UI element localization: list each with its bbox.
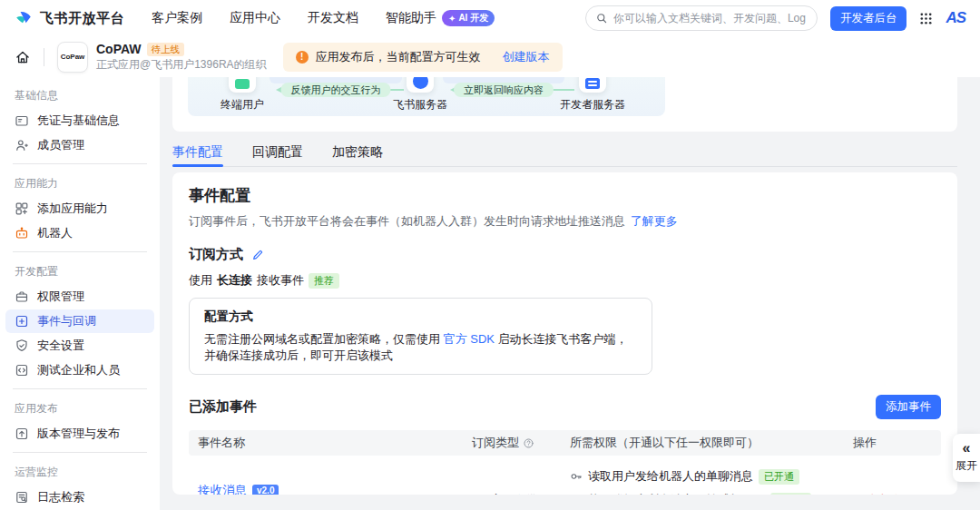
log-search-icon	[15, 490, 29, 505]
org-text: 正式应用@飞书用户1396RA的组织	[96, 58, 267, 72]
code-box-icon	[15, 363, 29, 378]
nav-item-customer-cases[interactable]: 客户案例	[152, 10, 202, 26]
subscribe-line-suffix: 接收事件	[257, 272, 304, 289]
sidebar-item-label: 日志检索	[37, 489, 84, 505]
sidebar-item-label: 凭证与基础信息	[37, 113, 120, 129]
official-sdk-link[interactable]: 官方 SDK	[444, 332, 495, 346]
nav-item-dev-docs[interactable]: 开发文档	[308, 10, 358, 26]
divider	[13, 163, 147, 164]
screen: 飞书开放平台 客户案例 应用中心 开发文档 智能助手 ✦AI 开发 开发者后台	[0, 0, 980, 510]
sparkle-icon: ✦	[448, 14, 456, 24]
node-label: 终端用户	[220, 97, 264, 113]
key-icon	[570, 494, 583, 495]
sidebar-section-basic-info: 基础信息	[0, 83, 160, 108]
overview-panel: 反馈用户的交互行为 立即返回响应内容 终端用户 飞书服务器 开发者服务器	[172, 77, 957, 132]
add-event-button[interactable]: 添加事件	[876, 395, 941, 419]
learn-more-link[interactable]: 了解更多	[631, 214, 678, 228]
sidebar-section-dev-config: 开发配置	[0, 259, 160, 284]
sidebar-item-security[interactable]: 安全设置	[5, 334, 154, 358]
sidebar-item-label: 机器人	[37, 225, 73, 241]
home-icon[interactable]	[15, 49, 31, 65]
sidebar-item-label: 添加应用能力	[37, 201, 108, 217]
divider	[13, 452, 147, 453]
question-circle-icon[interactable]	[523, 437, 534, 449]
col-event-name: 事件名称	[189, 435, 472, 451]
apps-grid-icon[interactable]	[919, 12, 933, 25]
id-card-icon	[15, 113, 29, 128]
nav-item-assistant-label: 智能助手	[386, 10, 436, 26]
sidebar-item-credentials[interactable]: 凭证与基础信息	[5, 109, 154, 132]
table-header: 事件名称 订阅类型 所需权限（开通以下任一权限即可） 操作	[189, 430, 941, 456]
config-box-text-1: 无需注册公网域名或配置加密策略，仅需使用	[204, 332, 444, 346]
col-actions: 操作	[853, 435, 941, 451]
permission-label: 读取用户发给机器人的单聊消息	[588, 468, 753, 485]
search-input[interactable]	[613, 12, 808, 25]
tab-bar: 事件配置 回调配置 加密策略	[172, 144, 957, 167]
tab-encryption-strategy[interactable]: 加密策略	[332, 144, 383, 166]
recommended-badge: 推荐	[309, 273, 339, 289]
top-navbar: 飞书开放平台 客户案例 应用中心 开发文档 智能助手 ✦AI 开发 开发者后台	[0, 0, 980, 36]
col-required-permissions: 所需权限（开通以下任一权限即可）	[570, 435, 853, 451]
delete-event-button[interactable]: 删除事件	[853, 492, 900, 495]
sidebar-item-label: 事件与回调	[37, 313, 96, 329]
warning-icon: !	[296, 51, 309, 64]
developer-console-button[interactable]: 开发者后台	[830, 6, 907, 31]
node-label: 飞书服务器	[393, 97, 447, 113]
tab-event-config[interactable]: 事件配置	[172, 144, 223, 166]
sidebar-item-events-callbacks[interactable]: 事件与回调	[5, 309, 154, 333]
sidebar-section-ops-monitor: 运营监控	[0, 459, 160, 485]
sidebar-item-log-search[interactable]: 日志检索	[5, 485, 154, 509]
edit-pencil-icon[interactable]	[251, 249, 264, 261]
blocks-icon	[15, 201, 29, 216]
node-label: 开发者服务器	[560, 97, 625, 113]
permission-status-badge: 已开通	[759, 469, 799, 485]
brand[interactable]: 飞书开放平台	[15, 9, 124, 28]
col-subscribe-type: 订阅类型	[472, 435, 519, 451]
sidebar: 基础信息 凭证与基础信息 成员管理 应用能力 添加应用能力 机器人 开发配置 权…	[0, 77, 160, 510]
sidebar-item-label: 成员管理	[37, 137, 84, 153]
sidebar-item-label: 版本管理与发布	[37, 426, 120, 442]
app-logo: CoPaw	[57, 42, 88, 73]
arrow-label: 反馈用户的交互行为	[281, 83, 391, 97]
config-box-title: 配置方式	[204, 309, 637, 325]
briefcase-icon	[15, 289, 29, 304]
arrow-label: 立即返回响应内容	[454, 83, 554, 97]
expand-button[interactable]: « 展开	[953, 434, 980, 482]
create-version-link[interactable]: 创建版本	[503, 49, 550, 65]
search-box[interactable]	[585, 5, 818, 31]
permission-label: 获取群组中所有消息（敏感权限）	[588, 492, 765, 495]
nav-item-app-center[interactable]: 应用中心	[230, 10, 280, 26]
robot-icon	[15, 226, 29, 240]
feishu-logo-icon	[15, 9, 34, 28]
subscribe-mode: 长连接	[217, 272, 252, 289]
divider	[13, 388, 147, 389]
sidebar-item-permissions[interactable]: 权限管理	[5, 285, 154, 309]
subscribe-line-prefix: 使用	[189, 272, 212, 289]
ai-dev-badge: ✦AI 开发	[442, 10, 495, 26]
main-content: 反馈用户的交互行为 立即返回响应内容 终端用户 飞书服务器 开发者服务器 事件配…	[160, 77, 980, 510]
sidebar-item-version-release[interactable]: 版本管理与发布	[5, 422, 154, 446]
sidebar-item-label: 权限管理	[37, 289, 84, 305]
app-name: CoPAW	[96, 42, 142, 58]
sidebar-item-test-org[interactable]: 测试企业和人员	[5, 358, 154, 382]
avatar[interactable]: AS	[946, 9, 965, 27]
brand-name: 飞书开放平台	[40, 10, 124, 27]
sidebar-item-members[interactable]: 成员管理	[5, 133, 154, 157]
sidebar-item-bot[interactable]: 机器人	[5, 221, 154, 245]
search-icon	[595, 12, 608, 25]
subscribe-type-value: 应用身份	[490, 492, 537, 495]
app-status-badge: 待上线	[147, 43, 185, 56]
member-icon	[15, 138, 29, 152]
expand-button-label: 展开	[956, 458, 977, 474]
event-name-link[interactable]: 接收消息	[198, 483, 247, 495]
publish-icon	[15, 427, 29, 441]
divider	[44, 48, 44, 66]
app-logo-text: CoPaw	[61, 53, 85, 61]
app-identity-icon	[472, 494, 485, 495]
nav-item-assistant[interactable]: 智能助手 ✦AI 开发	[386, 10, 495, 26]
flow-diagram: 反馈用户的交互行为 立即返回响应内容 终端用户 飞书服务器 开发者服务器	[188, 77, 665, 116]
feishu-server-node-icon	[407, 77, 434, 93]
tab-callback-config[interactable]: 回调配置	[252, 144, 303, 166]
sidebar-item-add-capability[interactable]: 添加应用能力	[5, 197, 154, 221]
ai-dev-badge-label: AI 开发	[458, 12, 488, 25]
